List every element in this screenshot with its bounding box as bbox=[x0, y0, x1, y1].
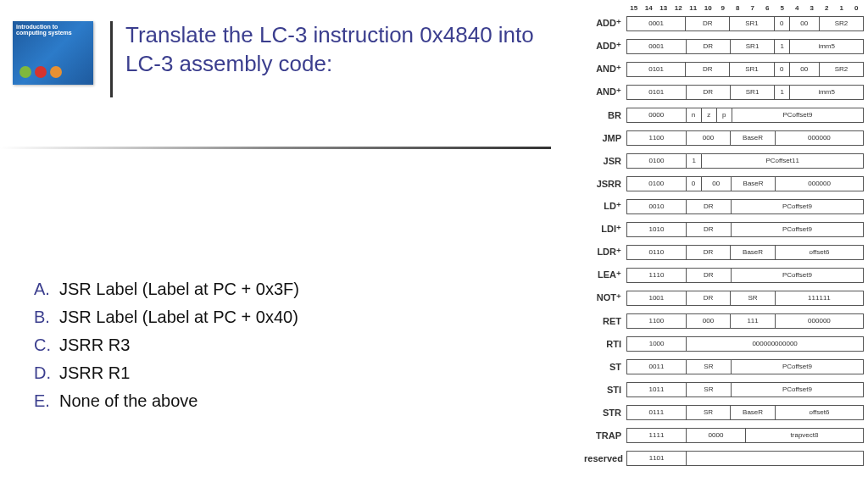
field: 1 bbox=[774, 39, 790, 54]
mnemonic: ADD⁺ bbox=[584, 41, 626, 52]
book-cover-dots bbox=[19, 66, 62, 78]
instruction-fields: 0101DRSR11imm5 bbox=[626, 85, 864, 100]
field: 0111 bbox=[626, 405, 687, 420]
instruction-fields: 0101DRSR1000SR2 bbox=[626, 62, 864, 77]
field: SR1 bbox=[729, 16, 774, 31]
instruction-row: reserved1101 bbox=[584, 446, 868, 469]
mnemonic: NOT⁺ bbox=[584, 292, 626, 303]
mnemonic: LEA⁺ bbox=[584, 269, 626, 280]
field: 1100 bbox=[626, 313, 687, 329]
instruction-fields: 1100000BaseR000000 bbox=[626, 130, 864, 146]
instruction-row: STI1011SRPCoffset9 bbox=[584, 378, 868, 401]
field: 0 bbox=[686, 176, 702, 191]
book-title-line1: introduction to bbox=[16, 24, 58, 30]
mnemonic: RET bbox=[584, 316, 626, 326]
bit-label: 14 bbox=[642, 4, 657, 12]
field: PCoffset9 bbox=[731, 222, 864, 237]
field: PCoffset9 bbox=[731, 199, 864, 214]
mnemonic: reserved bbox=[584, 453, 626, 463]
bit-label: 5 bbox=[775, 4, 790, 12]
field: 0010 bbox=[626, 199, 687, 214]
instruction-fields: 0100000BaseR000000 bbox=[626, 176, 864, 191]
instruction-row: RTI1000000000000000 bbox=[584, 332, 868, 355]
instruction-fields: 1110DRPCoffset9 bbox=[626, 268, 864, 283]
isa-reference-table: 1514131211109876543210 ADD⁺0001DRSR1000S… bbox=[584, 0, 868, 469]
instruction-row: AND⁺0101DRSR1000SR2 bbox=[584, 58, 868, 80]
instruction-fields: 0110DRBaseRoffset6 bbox=[626, 245, 864, 260]
field: SR1 bbox=[729, 62, 774, 77]
mnemonic: ADD⁺ bbox=[584, 18, 626, 29]
mnemonic: ST bbox=[584, 362, 626, 372]
bit-label: 3 bbox=[804, 4, 820, 12]
instruction-row: NOT⁺1001DRSR111111 bbox=[584, 286, 868, 309]
instruction-fields: 11110000trapvect8 bbox=[626, 428, 864, 443]
instruction-row: JSRR0100000BaseR000000 bbox=[584, 172, 868, 195]
book-cover-thumbnail: introduction to computing systems bbox=[13, 21, 93, 85]
field: n bbox=[686, 108, 702, 123]
instruction-fields: 1010DRPCoffset9 bbox=[626, 222, 864, 237]
instruction-row: ADD⁺0001DRSR1000SR2 bbox=[584, 12, 868, 35]
field: 0101 bbox=[626, 62, 686, 77]
field: DR bbox=[686, 222, 732, 237]
field: PCoffset9 bbox=[732, 108, 864, 123]
answer-text: JSR Label (Label at PC + 0x3F) bbox=[59, 275, 299, 303]
field: SR1 bbox=[730, 85, 775, 100]
field: PCoffset9 bbox=[731, 359, 864, 374]
field: DR bbox=[686, 85, 731, 100]
answer-text: JSRR R1 bbox=[59, 359, 130, 387]
instruction-row: TRAP11110000trapvect8 bbox=[584, 424, 868, 446]
horizontal-rule bbox=[0, 147, 551, 149]
instruction-row: LEA⁺1110DRPCoffset9 bbox=[584, 263, 868, 286]
mnemonic: LDI⁺ bbox=[584, 224, 626, 235]
field: 0000 bbox=[626, 108, 687, 123]
field: 0100 bbox=[626, 176, 687, 191]
field: DR bbox=[685, 62, 730, 77]
field: p bbox=[716, 108, 732, 123]
mnemonic: JMP bbox=[584, 133, 626, 143]
field: DR bbox=[686, 268, 732, 283]
field: SR bbox=[686, 359, 732, 374]
mnemonic: STI bbox=[584, 385, 626, 395]
field: 0011 bbox=[626, 359, 687, 374]
field: 000000000000 bbox=[686, 336, 864, 352]
field: 0110 bbox=[626, 245, 687, 260]
field: 0001 bbox=[626, 16, 686, 31]
bit-label: 7 bbox=[745, 4, 760, 12]
field: 1 bbox=[774, 85, 790, 100]
field: imm5 bbox=[789, 85, 864, 100]
field: 0100 bbox=[626, 153, 687, 169]
instruction-fields: 0011SRPCoffset9 bbox=[626, 359, 864, 374]
instruction-row: LD⁺0010DRPCoffset9 bbox=[584, 195, 868, 218]
instruction-fields: 1101 bbox=[626, 451, 864, 466]
field: 1010 bbox=[626, 222, 687, 237]
field: 00 bbox=[789, 16, 820, 31]
answer-option: B.JSR Label (Label at PC + 0x40) bbox=[34, 303, 299, 331]
field: 000 bbox=[686, 130, 732, 146]
mnemonic: STR bbox=[584, 408, 626, 418]
instruction-row: ST0011SRPCoffset9 bbox=[584, 355, 868, 378]
field: BaseR bbox=[730, 130, 776, 146]
field: 000000 bbox=[775, 313, 864, 329]
field: PCoffset9 bbox=[731, 382, 864, 397]
bit-label: 4 bbox=[790, 4, 805, 12]
instruction-fields: 01001PCoffset11 bbox=[626, 153, 864, 169]
book-title-line2: computing systems bbox=[16, 30, 72, 36]
field: 0001 bbox=[626, 39, 687, 54]
field: trapvect8 bbox=[745, 428, 864, 443]
field: 1111 bbox=[626, 428, 687, 443]
answer-letter: B. bbox=[34, 303, 59, 331]
mnemonic: BR bbox=[584, 110, 626, 120]
answer-text: JSRR R3 bbox=[59, 331, 130, 359]
mnemonic: TRAP bbox=[584, 430, 626, 441]
field: 00 bbox=[789, 62, 820, 77]
field: DR bbox=[686, 245, 732, 260]
field: DR bbox=[686, 291, 732, 306]
field: 1 bbox=[686, 153, 702, 169]
instruction-fields: 0111SRBaseRoffset6 bbox=[626, 405, 864, 420]
field: BaseR bbox=[730, 405, 776, 420]
instruction-row: LDI⁺1010DRPCoffset9 bbox=[584, 218, 868, 241]
bit-label: 9 bbox=[715, 4, 731, 12]
field: 1011 bbox=[626, 382, 687, 397]
mnemonic: LD⁺ bbox=[584, 201, 626, 212]
answer-letter: D. bbox=[34, 359, 59, 387]
